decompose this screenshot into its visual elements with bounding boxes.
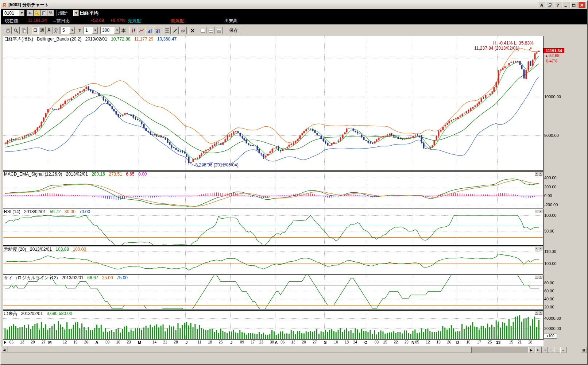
minimize-button[interactable] [562, 2, 569, 8]
save-button[interactable]: 保存 [226, 27, 241, 34]
kairi-axis-label: 110.00 [544, 249, 556, 254]
x-axis-date-label: 19 [437, 340, 441, 344]
return-arrow-icon [28, 11, 32, 15]
volume-panel-close-button[interactable]: × [539, 311, 542, 315]
kairi-base-value: 100.00 [73, 247, 86, 252]
volume-title: 出来高 [4, 311, 17, 316]
change-text: 52.68 [549, 53, 560, 58]
macd-panel-close-button[interactable]: × [539, 172, 542, 176]
symbol-code-dropdown-button[interactable] [19, 10, 24, 16]
plus-icon: + [550, 348, 552, 352]
h-scrollbar-thumb[interactable] [8, 347, 472, 353]
rsi-date: 2013/02/01 [24, 209, 46, 214]
psych-panel-minimize-button[interactable]: − [535, 275, 538, 279]
kairi-panel-close-button[interactable]: × [539, 247, 542, 250]
erase-button[interactable] [179, 27, 187, 34]
psych-high-value: 75.00 [117, 275, 128, 280]
title-bar[interactable]: R [5002] 分析チャート A ? [1, 1, 587, 9]
layout-multi-button[interactable] [215, 27, 223, 34]
back-button[interactable] [27, 10, 33, 16]
scroll-right-button[interactable]: ▶ [528, 347, 534, 353]
layout-split-button[interactable] [207, 27, 214, 34]
scroll-left-button[interactable]: ◀ [1, 347, 7, 353]
x-axis-date-label: 09 [105, 340, 109, 344]
scroll-start-button[interactable]: ⇤ [535, 347, 542, 353]
period-monthly-button[interactable]: 月 [46, 27, 53, 34]
bid-label: 買気配: [171, 18, 185, 24]
clear-drawings-button[interactable] [189, 27, 196, 34]
layout-split-icon [208, 28, 213, 33]
memo-button[interactable] [40, 10, 47, 16]
help-button[interactable]: ? [554, 2, 561, 8]
x-axis-date-label: 28 [528, 340, 532, 344]
symbol-code-input[interactable] [3, 10, 19, 16]
rsi-panel-close-button[interactable]: × [539, 210, 542, 213]
fit-width-button[interactable]: ↔ [560, 347, 566, 353]
x-axis-date-label: 11 [197, 340, 201, 344]
font-size-button[interactable]: A [538, 2, 545, 8]
rsi-panel-header: RSI (14) 2013/02/01 59.72 30.00 70.00 [4, 209, 93, 214]
kairi-title: 乖離度 (20) [4, 247, 26, 252]
close-button[interactable] [578, 2, 585, 8]
line-chart-button[interactable] [138, 27, 145, 34]
x-axis-date-label: 15 [383, 340, 387, 344]
x-axis-date-label: 18 [345, 340, 349, 344]
high-price-annotation: 11,237.84 (2013/02/01) [474, 46, 519, 51]
x-axis-month-label: N [411, 340, 414, 345]
x-axis-date-label: 30 [270, 340, 274, 344]
print-button[interactable] [4, 27, 12, 34]
x-axis-month-label: F [4, 340, 6, 345]
maximize-button[interactable] [570, 2, 577, 8]
main-axis-label: 10000.00 [544, 95, 561, 99]
layout-single-icon [200, 28, 205, 33]
x-axis-date-label: 14 [152, 340, 156, 344]
candlestick-type-button[interactable] [129, 27, 137, 34]
x-axis-date-label: 29 [405, 340, 409, 344]
x-axis-date-label: 18 [208, 340, 212, 344]
x-axis-date-label: 16 [116, 340, 120, 344]
grid-button[interactable] [163, 27, 171, 34]
zoom-in-button[interactable]: + [548, 347, 554, 353]
chevron-down-icon [21, 12, 23, 14]
percent-button[interactable]: % [47, 10, 54, 16]
bar-chart-icon [147, 28, 152, 33]
volume-panel-minimize-button[interactable]: − [535, 311, 538, 315]
kairi-panel-minimize-button[interactable]: − [535, 247, 538, 250]
tick-count-select[interactable]: 1 [84, 27, 98, 34]
macd-panel-minimize-button[interactable]: − [535, 172, 538, 176]
key-button[interactable] [34, 10, 40, 16]
change-annotation: ▲ 52.68 [545, 53, 560, 58]
bar-count-select[interactable]: 300 [100, 27, 120, 34]
low-price-text: 8,238.96 (2012/06/04) [196, 162, 239, 168]
bollinger-lower-value: 10,368.47 [157, 36, 177, 42]
psych-panel-close-button[interactable]: × [539, 275, 542, 279]
category-dropdown-button[interactable] [73, 10, 79, 16]
copy-chart-button[interactable] [20, 27, 28, 34]
bar-chart-button[interactable] [146, 27, 153, 34]
x-axis-date-label: 28 [174, 340, 178, 344]
scroll-end-button[interactable]: ⇥ [542, 347, 548, 353]
pages-icon [22, 28, 27, 33]
x-axis-date-label: 12 [63, 340, 67, 344]
printer-icon [5, 28, 11, 33]
x-axis-date-label: 20 [302, 340, 306, 344]
window-copy-button[interactable] [546, 2, 553, 8]
chevron-down-icon [114, 27, 120, 34]
draw-button[interactable] [171, 27, 179, 34]
zoom-button[interactable] [12, 27, 20, 34]
rsi-panel-minimize-button[interactable]: − [535, 210, 538, 213]
period-weekly-button[interactable]: 週 [39, 27, 46, 34]
period-minute-button[interactable]: 分 [53, 27, 59, 34]
window-title: [5002] 分析チャート [8, 2, 538, 8]
indicator-category-select[interactable]: 指数* [57, 10, 73, 16]
volume-chart-icon [155, 28, 160, 33]
minute-interval-select[interactable]: 5 [61, 27, 75, 34]
x-axis-date-label: 09 [375, 340, 379, 344]
grid-view-button[interactable]: ▦ [581, 347, 587, 353]
main-indicator-label: Bollinger_Bands (20,2) [37, 36, 81, 42]
change-label: →前日比: [52, 18, 71, 24]
period-daily-button[interactable]: 日 [32, 27, 39, 34]
zoom-out-button[interactable]: − [554, 347, 560, 353]
volume-chart-button[interactable] [154, 27, 161, 34]
layout-single-button[interactable] [199, 27, 206, 34]
